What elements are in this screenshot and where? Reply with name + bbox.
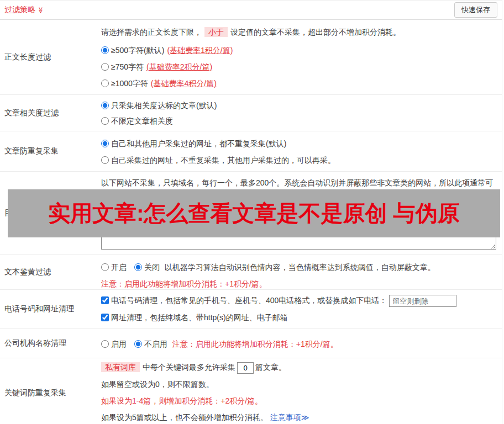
- radio-option-dedup-self[interactable]: 自己采集过的网址，不重复采集，其他用户采集过的，可以再采。: [101, 156, 335, 165]
- radio-company-on-label: 启用: [111, 340, 127, 348]
- radio-porn-on-label: 开启: [111, 263, 127, 272]
- notice-link[interactable]: 注意事项≫: [270, 413, 309, 422]
- radio-dedup-global-label: 自己和其他用户采集过的网址，都不重复采集(默认): [111, 139, 286, 148]
- radio-porn-off-label: 关闭: [144, 263, 160, 272]
- section-dedup: 文章防重复采集 自己和其他用户采集过的网址，都不重复采集(默认) 自己采集过的网…: [0, 131, 502, 172]
- checkbox-url-clean-label: 网址清理，包括纯域名、带http(s)的网址、电子邮箱: [111, 313, 288, 322]
- checkbox-phone-clean-label: 电话号码清理，包括常见的手机号、座机号、400电话格式，或替换成如下电话：: [111, 296, 387, 305]
- radio-option-length-750[interactable]: ≥750字符(基础费率2积分/篇): [101, 62, 212, 71]
- section-keyword-dedup: 关键词防重复采集 私有词库中每个关键词最多允许采集篇文章。 如果留空或设为0，则…: [0, 358, 502, 424]
- chevron-down-icon: ≫: [37, 7, 44, 14]
- radio-length-500-label: ≥500字符(默认): [111, 46, 164, 55]
- radio-relevance-strict-label: 只采集相关度达标的文章(默认): [111, 101, 217, 110]
- topbar: 过滤策略≫ 快速保存: [0, 0, 502, 20]
- section-phone-url-clean: 电话号码和网址清理 电话号码清理，包括常见的手机号、座机号、400电话格式，或替…: [0, 290, 502, 329]
- section-relevance: 文章相关度过滤 只采集相关度达标的文章(默认) 不限定文章相关度: [0, 95, 502, 131]
- private-thesaurus-highlight: 私有词库: [101, 362, 140, 372]
- keyword-rule-5plus: 如果设为5篇或以上，也不会额外增加积分消耗。: [101, 413, 268, 422]
- checkbox-option-url-clean[interactable]: 网址清理，包括纯域名、带http(s)的网址、电子邮箱: [101, 313, 288, 322]
- content-length-intro: 请选择需求的正文长度下限，小于设定值的文章不采集，超出部分不增加积分消耗。: [101, 26, 496, 38]
- keyword-rule-1-4: 如果设为1-4篇，则增加积分消耗：+2积分/篇。: [101, 395, 496, 407]
- radio-option-length-500[interactable]: ≥500字符(默认)(基础费率1积分/篇): [101, 46, 233, 55]
- company-clean-note: 注意：启用此功能将增加积分消耗：+1积分/篇。: [172, 340, 338, 348]
- less-than-highlight: 小于: [204, 27, 228, 37]
- porn-filter-note: 注意：启用此功能将增加积分消耗：+1积分/篇。: [101, 278, 496, 289]
- radio-length-750-label: ≥750字符: [111, 62, 144, 71]
- radio-option-relevance-any[interactable]: 不限定文章相关度: [101, 116, 173, 125]
- radio-option-relevance-strict[interactable]: 只采集相关度达标的文章(默认): [101, 101, 217, 110]
- watermark-overlay: 实用文章:怎么查看文章是不是原创 与伪原: [8, 189, 500, 237]
- keyword-rule-zero: 如果留空或设为0，则不限篇数。: [101, 378, 496, 390]
- radio-relevance-any-label: 不限定文章相关度: [111, 116, 173, 125]
- radio-option-company-on[interactable]: 启用: [101, 340, 129, 348]
- radio-option-length-1000[interactable]: ≥1000字符(基础费率4积分/篇): [101, 79, 217, 88]
- radio-option-porn-on[interactable]: 开启: [101, 263, 129, 272]
- radio-porn-on[interactable]: [101, 263, 109, 271]
- radio-relevance-any[interactable]: [101, 117, 109, 125]
- section-company-clean-label: 公司机构名称清理: [0, 329, 101, 358]
- radio-company-off-label: 不启用: [144, 340, 167, 348]
- section-dedup-label: 文章防重复采集: [0, 131, 101, 171]
- intro-post-text: 设定值的文章不采集，超出部分不增加积分消耗。: [230, 28, 401, 36]
- radio-porn-off[interactable]: [134, 263, 142, 271]
- section-content-length: 正文长度过滤 请选择需求的正文长度下限，小于设定值的文章不采集，超出部分不增加积…: [0, 20, 502, 95]
- quick-save-button[interactable]: 快速保存: [454, 2, 497, 18]
- replacement-phone-input[interactable]: [389, 295, 456, 307]
- keyword-limit-suffix: 篇文章。: [255, 363, 286, 372]
- page-title-text: 过滤策略: [4, 5, 35, 14]
- radio-relevance-strict[interactable]: [101, 102, 109, 109]
- radio-dedup-global[interactable]: [101, 140, 109, 147]
- radio-dedup-self-label: 自己采集过的网址，不重复采集，其他用户采集过的，可以再采。: [111, 156, 335, 165]
- radio-option-porn-off[interactable]: 关闭: [134, 263, 162, 272]
- section-porn-filter-label: 文本鉴黄过滤: [0, 255, 101, 289]
- radio-company-on[interactable]: [101, 340, 109, 348]
- section-content-length-label: 正文长度过滤: [0, 20, 101, 94]
- radio-length-500[interactable]: [101, 46, 109, 54]
- porn-filter-desc: 以机器学习算法自动识别色情内容，当色情概率达到系统阈值，自动屏蔽文章。: [165, 263, 435, 272]
- radio-length-1000[interactable]: [101, 80, 109, 87]
- radio-option-dedup-global[interactable]: 自己和其他用户采集过的网址，都不重复采集(默认): [101, 139, 286, 148]
- section-phone-url-clean-label: 电话号码和网址清理: [0, 290, 101, 328]
- radio-length-750-note: (基础费率2积分/篇): [146, 62, 212, 71]
- section-keyword-dedup-label: 关键词防重复采集: [0, 358, 101, 424]
- section-relevance-label: 文章相关度过滤: [0, 95, 101, 131]
- checkbox-option-phone-clean[interactable]: 电话号码清理，包括常见的手机号、座机号、400电话格式，或替换成如下电话：: [101, 296, 389, 305]
- checkbox-url-clean[interactable]: [101, 314, 109, 321]
- radio-length-500-note: (基础费率1积分/篇): [167, 46, 233, 55]
- keyword-limit-input[interactable]: [237, 362, 254, 374]
- radio-length-750[interactable]: [101, 63, 109, 71]
- intro-pre-text: 请选择需求的正文长度下限，: [101, 28, 202, 36]
- checkbox-phone-clean[interactable]: [101, 296, 109, 304]
- section-porn-filter: 文本鉴黄过滤 开启 关闭 以机器学习算法自动识别色情内容，当色情概率达到系统阈值…: [0, 255, 502, 290]
- radio-length-1000-note: (基础费率4积分/篇): [151, 79, 217, 88]
- radio-option-company-off[interactable]: 不启用: [134, 340, 170, 348]
- watermark-text: 实用文章:怎么查看文章是不是原创 与伪原: [48, 198, 459, 229]
- page-title[interactable]: 过滤策略≫: [4, 5, 44, 15]
- radio-length-1000-label: ≥1000字符: [111, 79, 148, 88]
- radio-dedup-self[interactable]: [101, 156, 109, 164]
- section-company-clean: 公司机构名称清理 启用 不启用 注意：启用此功能将增加积分消耗：+1积分/篇。: [0, 329, 502, 358]
- radio-company-off[interactable]: [134, 340, 142, 348]
- keyword-limit-text: 中每个关键词最多允许采集: [143, 363, 235, 372]
